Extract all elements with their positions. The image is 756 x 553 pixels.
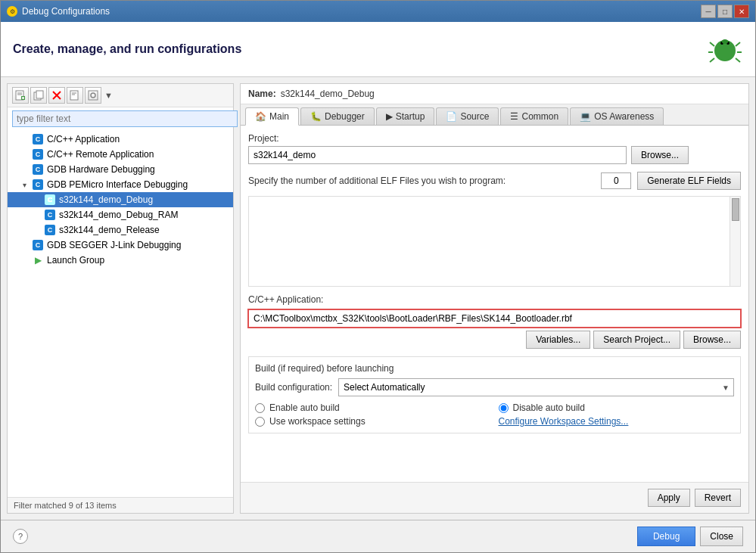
tree-item-s32k144-release[interactable]: C s32k144_demo_Release	[8, 222, 233, 238]
tab-debugger[interactable]: 🐛 Debugger	[300, 107, 375, 125]
tree-item-cpp-remote[interactable]: C C/C++ Remote Application	[8, 147, 233, 162]
gdb-hw-icon: C	[32, 163, 44, 176]
new-config-button[interactable]	[12, 87, 29, 104]
build-config-label: Build configuration:	[255, 382, 332, 393]
title-bar-controls: ─ □ ✕	[701, 5, 749, 18]
tree-item-gdb-pe[interactable]: ▾ C GDB PEMicro Interface Debugging	[8, 177, 233, 192]
expand-gdb-segger	[20, 241, 29, 250]
tree-label-s32k144-debug: s32k144_demo_Debug	[59, 194, 153, 205]
scrollbar[interactable]	[730, 197, 740, 286]
tab-os-icon: 💻	[580, 111, 591, 122]
tree-item-gdb-segger[interactable]: C GDB SEGGER J-Link Debugging	[8, 238, 233, 253]
generate-elf-button[interactable]: Generate ELF Fields	[637, 172, 741, 190]
name-label: Name:	[248, 89, 276, 99]
radio-use-workspace: Use workspace settings	[255, 416, 491, 427]
cpp-app-input[interactable]	[248, 309, 741, 328]
svg-point-24	[91, 93, 95, 98]
build-config-row: Build configuration: Select Automaticall…	[255, 378, 734, 396]
configure-workspace-item: Configure Workspace Settings...	[499, 416, 735, 427]
s32k144-debug-ram-icon: C	[44, 209, 56, 221]
window-icon: ⚙	[7, 6, 17, 17]
help-button[interactable]: ?	[13, 529, 28, 544]
tree-item-launch-group[interactable]: ▶ Launch Group	[8, 253, 233, 268]
tab-debugger-label: Debugger	[325, 111, 365, 122]
disable-auto-radio[interactable]	[499, 403, 509, 413]
tab-source[interactable]: 📄 Source	[436, 107, 499, 125]
config-name-value: s32k144_demo_Debug	[281, 89, 375, 99]
svg-line-3	[736, 42, 740, 46]
s32k144-release-icon: C	[44, 224, 56, 236]
tree-item-gdb-hw[interactable]: C GDB Hardware Debugging	[8, 162, 233, 177]
expand-s32k144-debug	[32, 195, 41, 204]
tab-source-label: Source	[460, 111, 489, 122]
duplicate-config-button[interactable]	[30, 87, 47, 104]
configure-button[interactable]	[85, 87, 101, 104]
build-config-select-wrapper: Select Automatically Debug Release	[338, 378, 734, 396]
export-config-button[interactable]	[67, 87, 83, 104]
expand-cpp-remote	[20, 150, 29, 159]
scrollbar-thumb[interactable]	[732, 198, 739, 221]
build-config-select[interactable]: Select Automatically Debug Release	[338, 378, 734, 396]
close-button[interactable]: ✕	[734, 5, 749, 18]
build-section-title: Build (if required) before launching	[255, 363, 734, 374]
tab-startup-icon: ▶	[386, 111, 393, 122]
s32k144-debug-icon: C	[44, 194, 56, 206]
apply-button[interactable]: Apply	[648, 489, 690, 507]
cpp-browse-button[interactable]: Browse...	[683, 331, 741, 349]
filter-status: Filter matched 9 of 13 items	[8, 497, 233, 513]
minimize-button[interactable]: ─	[701, 5, 716, 18]
tree-item-cpp-app[interactable]: C C/C++ Application	[8, 132, 233, 147]
enable-auto-radio[interactable]	[255, 403, 265, 413]
expand-cpp-app	[20, 135, 29, 144]
expand-gdb-pe[interactable]: ▾	[20, 180, 29, 189]
window-title: Debug Configurations	[22, 6, 110, 17]
project-input[interactable]	[248, 146, 627, 164]
tree-label-cpp-app: C/C++ Application	[47, 134, 120, 144]
maximize-button[interactable]: □	[717, 5, 733, 18]
panel-content: Project: Browse... Specify the number of…	[241, 126, 748, 482]
svg-rect-25	[89, 91, 98, 100]
header-wrapper: Create, manage, and run configurations	[13, 31, 743, 67]
tree-item-s32k144-debug-ram[interactable]: C s32k144_demo_Debug_RAM	[8, 207, 233, 222]
radio-enable-auto: Enable auto build	[255, 402, 491, 413]
svg-rect-21	[70, 91, 78, 100]
elf-count-input[interactable]	[601, 172, 631, 189]
tree-label-gdb-segger: GDB SEGGER J-Link Debugging	[47, 240, 181, 250]
dropdown-arrow[interactable]: ▼	[104, 91, 113, 100]
tree-item-s32k144-debug[interactable]: C s32k144_demo_Debug	[8, 192, 233, 207]
tab-source-icon: 📄	[446, 111, 457, 122]
project-browse-button[interactable]: Browse...	[631, 146, 689, 164]
tab-startup[interactable]: ▶ Startup	[376, 107, 435, 125]
elf-label: Specify the number of additional ELF Fil…	[248, 176, 595, 186]
tree-label-s32k144-release: s32k144_demo_Release	[59, 225, 160, 235]
debug-button[interactable]: Debug	[637, 527, 695, 546]
left-panel: ▼ C C/C++ Application C C/C++ Re	[7, 83, 234, 514]
header-title: Create, manage, and run configurations	[13, 42, 241, 56]
close-button[interactable]: Close	[700, 527, 743, 546]
project-group: Project: Browse...	[248, 133, 741, 164]
revert-button[interactable]: Revert	[695, 489, 741, 507]
configure-workspace-link[interactable]: Configure Workspace Settings...	[499, 416, 629, 427]
delete-config-button[interactable]	[48, 87, 65, 104]
tab-main-label: Main	[269, 111, 289, 122]
config-tabs: 🏠 Main 🐛 Debugger ▶ Startup 📄 Source ☰	[241, 104, 748, 126]
tab-debugger-icon: 🐛	[310, 111, 322, 122]
footer-right-buttons: Debug Close	[637, 527, 743, 546]
cpp-remote-icon: C	[32, 148, 44, 160]
tab-main[interactable]: 🏠 Main	[245, 107, 299, 126]
filter-input[interactable]	[12, 110, 238, 127]
expand-launch-group	[20, 256, 29, 265]
search-project-button[interactable]: Search Project...	[593, 331, 680, 349]
variables-button[interactable]: Variables...	[526, 331, 590, 349]
project-label: Project:	[248, 133, 741, 144]
tree-label-gdb-pe: GDB PEMicro Interface Debugging	[47, 179, 188, 190]
tab-os-awareness[interactable]: 💻 OS Awareness	[570, 107, 664, 125]
tree-label-s32k144-debug-ram: s32k144_demo_Debug_RAM	[59, 210, 178, 220]
tab-startup-label: Startup	[396, 111, 425, 122]
config-name-row: Name: s32k144_demo_Debug	[241, 84, 748, 104]
tab-common[interactable]: ☰ Common	[500, 107, 568, 125]
use-workspace-radio[interactable]	[255, 417, 265, 427]
svg-rect-18	[36, 91, 43, 98]
bottom-bar: Apply Revert	[241, 482, 748, 513]
svg-point-10	[722, 39, 728, 44]
